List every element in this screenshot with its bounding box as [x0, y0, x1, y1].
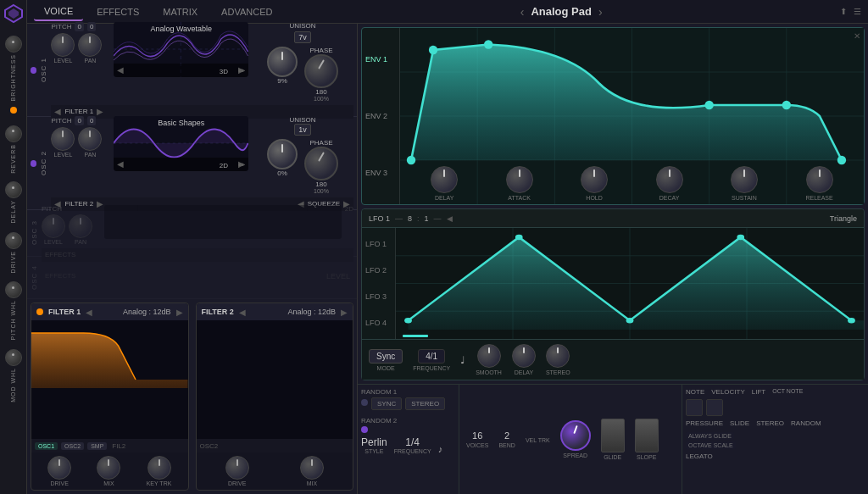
- osc3-top: PITCH LEVEL PAN: [42, 205, 353, 245]
- always-glide-label[interactable]: ALWAYS GLIDE: [686, 432, 734, 440]
- tab-effects[interactable]: EFFECTS: [86, 3, 149, 20]
- glide-fader[interactable]: [601, 419, 625, 452]
- share-icon[interactable]: ⬆: [840, 7, 847, 16]
- random2-indicator[interactable]: [361, 426, 368, 433]
- stereo-label: STEREO: [756, 419, 784, 427]
- random2-freq-value[interactable]: 1/4: [405, 436, 420, 448]
- filter2-type-prev[interactable]: ◀: [239, 308, 246, 317]
- lfo4-label[interactable]: LFO 4: [365, 319, 392, 327]
- env3-label[interactable]: ENV 3: [362, 169, 399, 177]
- osc1-pitch-val2[interactable]: 0: [87, 22, 96, 31]
- lfo-freq-display[interactable]: 4/1: [418, 349, 445, 364]
- osc3-level-knob[interactable]: [42, 214, 65, 238]
- osc1-wave-prev[interactable]: ◀: [117, 65, 124, 75]
- osc1-phase-knob[interactable]: [304, 54, 338, 88]
- filter1-type-next[interactable]: ▶: [176, 308, 183, 317]
- lfo2-label[interactable]: LFO 2: [365, 266, 392, 275]
- filter1-mix-knob[interactable]: [97, 456, 120, 480]
- patch-next-button[interactable]: ›: [598, 5, 603, 19]
- osc1-filter-label[interactable]: FILTER 1: [64, 108, 93, 115]
- env-release-knob[interactable]: [806, 166, 833, 193]
- menu-icon[interactable]: ☰: [854, 7, 861, 16]
- tab-voice[interactable]: VOICE: [34, 3, 83, 21]
- random2-style-value[interactable]: Perlin: [361, 436, 387, 448]
- lfo-sync-button[interactable]: Sync: [369, 349, 403, 364]
- osc2-enabled[interactable]: [31, 160, 36, 167]
- patch-prev-button[interactable]: ‹: [520, 5, 525, 19]
- random1-sync-btn[interactable]: SYNC: [371, 397, 402, 410]
- filter1-type[interactable]: Analog : 12dB: [123, 308, 171, 316]
- tab-advanced[interactable]: ADVANCED: [211, 3, 282, 20]
- osc1-unison-label: UNISON: [289, 22, 315, 30]
- osc1-pan-knob[interactable]: [78, 33, 102, 57]
- osc2-edit-icon[interactable]: ✏: [238, 160, 245, 169]
- osc2-pan-knob[interactable]: [78, 127, 102, 151]
- octave-scale-label[interactable]: OCTAVE SCALE: [686, 441, 736, 449]
- filter1-src-osc1[interactable]: OSC1: [35, 442, 58, 450]
- osc2-phase-knob[interactable]: [304, 147, 338, 180]
- osc3-pan-knob[interactable]: [69, 214, 92, 238]
- filter2-type[interactable]: Analog : 12dB: [287, 308, 336, 316]
- spread-knob[interactable]: [560, 420, 591, 451]
- osc2-waveform[interactable]: Basic Shapes ◀: [114, 116, 248, 171]
- osc1-pitch-val1[interactable]: 0: [75, 22, 83, 31]
- env-close-icon[interactable]: ✕: [854, 31, 860, 41]
- lfo-smooth-knob[interactable]: [477, 344, 501, 368]
- filter1-drive-knob[interactable]: [47, 456, 71, 480]
- osc1-level-knob[interactable]: [51, 33, 75, 57]
- bend-ctrl: 2 BEND: [498, 430, 515, 448]
- filter1-keytrk-knob[interactable]: [147, 456, 171, 480]
- filter2-drive-knob[interactable]: [225, 456, 249, 480]
- mod-whl-knob[interactable]: [5, 349, 22, 366]
- note-mod-slot2[interactable]: [706, 399, 723, 416]
- bend-value[interactable]: 2: [504, 430, 509, 441]
- env-decay-knob[interactable]: [656, 166, 683, 193]
- filter2-source-row: OSC2: [197, 439, 353, 452]
- note-mod-slot1[interactable]: [686, 399, 703, 416]
- delay-knob[interactable]: [5, 181, 22, 198]
- voices-value[interactable]: 16: [472, 430, 482, 441]
- brightness-knob[interactable]: [5, 36, 22, 53]
- drive-knob[interactable]: [5, 232, 22, 249]
- filter1-src-osc2[interactable]: OSC2: [61, 442, 84, 450]
- tab-matrix[interactable]: MATRIX: [153, 3, 208, 20]
- osc1-filter-next[interactable]: ▶: [97, 107, 103, 116]
- osc2-pitch-val1[interactable]: 0: [75, 116, 83, 125]
- filter2-src-osc2[interactable]: OSC2: [200, 442, 219, 450]
- env1-label[interactable]: ENV 1: [362, 55, 399, 64]
- env-delay-knob[interactable]: [431, 166, 458, 193]
- slope-fader[interactable]: [635, 419, 659, 452]
- osc1-unison-knob[interactable]: [267, 47, 298, 77]
- osc2-pitch-val2[interactable]: 0: [87, 116, 96, 125]
- osc2-unison-knob[interactable]: [267, 139, 298, 169]
- env2-label[interactable]: ENV 2: [362, 112, 399, 120]
- lfo1-label[interactable]: LFO 1: [365, 240, 392, 248]
- lfo-delay-knob[interactable]: [512, 344, 536, 368]
- filter2-type-next[interactable]: ▶: [341, 308, 348, 317]
- osc2-unison-pct: 0%: [277, 169, 287, 177]
- legato-label[interactable]: LEGATO: [686, 452, 865, 460]
- random1-indicator[interactable]: [361, 399, 368, 406]
- lfo-beat-1: 8: [408, 214, 412, 223]
- filter1-src-smp[interactable]: SMP: [87, 442, 107, 450]
- env-hold-knob[interactable]: [581, 166, 608, 193]
- lfo3-label[interactable]: LFO 3: [365, 292, 392, 301]
- osc2-wave-prev[interactable]: ◀: [117, 159, 124, 169]
- osc1-waveform[interactable]: Analog Wavetable: [114, 22, 248, 77]
- random-note-icon: ♪: [438, 444, 443, 454]
- env-sustain-knob[interactable]: [731, 166, 758, 193]
- lfo-nav-prev[interactable]: ◀: [447, 214, 453, 223]
- osc2-unison-badge[interactable]: 1v: [294, 124, 311, 136]
- osc1-enabled[interactable]: [31, 67, 36, 74]
- osc1-filter-prev[interactable]: ◀: [54, 107, 61, 116]
- osc1-unison-badge[interactable]: 7v: [294, 31, 311, 43]
- reverb-knob[interactable]: [5, 125, 22, 142]
- osc2-level-knob[interactable]: [51, 127, 75, 151]
- osc1-edit-icon[interactable]: ✏: [238, 66, 245, 75]
- pitch-whl-knob[interactable]: [5, 281, 22, 298]
- filter2-mix-knob[interactable]: [300, 456, 324, 480]
- random1-stereo-btn[interactable]: STEREO: [405, 397, 445, 410]
- lfo-stereo-knob[interactable]: [546, 344, 570, 368]
- filter1-type-prev[interactable]: ◀: [86, 308, 92, 317]
- env-attack-knob[interactable]: [506, 166, 533, 193]
